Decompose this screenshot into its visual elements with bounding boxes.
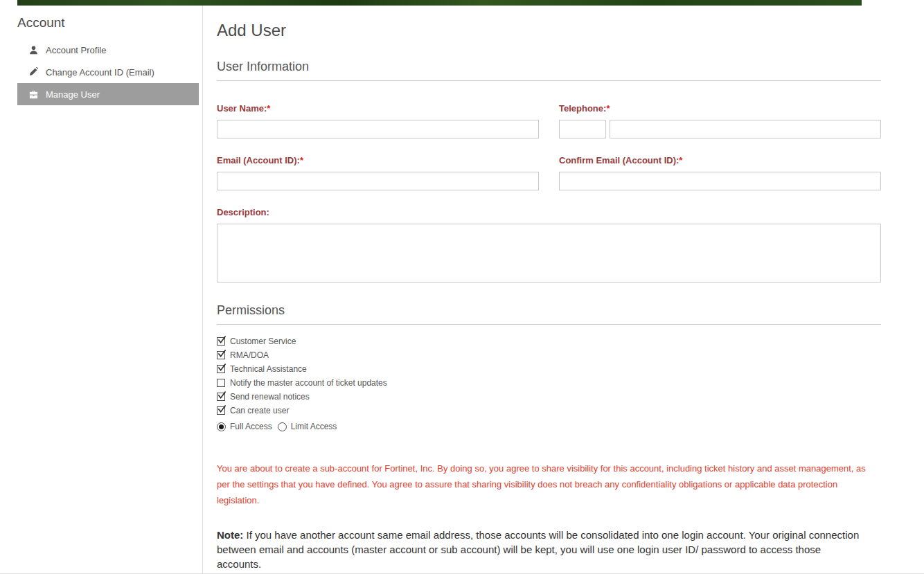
- confirm-email-input[interactable]: [559, 172, 881, 190]
- description-textarea[interactable]: [217, 224, 881, 282]
- sidebar-item-label: Change Account ID (Email): [46, 67, 154, 78]
- sidebar-item-manage-user[interactable]: Manage User: [17, 83, 199, 105]
- radio-label: Full Access: [230, 422, 272, 431]
- permission-label: Customer Service: [230, 337, 296, 346]
- permission-can-create-user[interactable]: Can create user: [217, 404, 881, 418]
- note-body: If you have another account same email a…: [217, 529, 859, 570]
- sidebar-item-account-profile[interactable]: Account Profile: [17, 39, 199, 61]
- required-asterisk: *: [267, 103, 270, 114]
- note-text: Note: If you have another account same e…: [217, 528, 861, 571]
- permission-rma-doa[interactable]: RMA/DOA: [217, 348, 881, 362]
- permission-customer-service[interactable]: Customer Service: [217, 334, 881, 348]
- pencil-icon: [28, 67, 39, 78]
- required-asterisk: *: [606, 103, 610, 114]
- required-asterisk: *: [300, 155, 303, 165]
- permission-label: Can create user: [230, 406, 289, 415]
- account-sidebar: Account Account Profile Change Account I…: [17, 15, 199, 105]
- telephone-label: Telephone:*: [559, 103, 881, 114]
- permission-label: RMA/DOA: [230, 350, 269, 360]
- user-information-form: User Name:* Telephone:* Email (Account I…: [217, 103, 881, 285]
- user-name-label: User Name:*: [217, 103, 539, 114]
- checkbox: [217, 406, 225, 415]
- permission-label: Technical Assistance: [230, 364, 307, 374]
- limit-access-option[interactable]: Limit Access: [278, 422, 343, 431]
- user-name-field-group: User Name:*: [217, 103, 539, 138]
- sidebar-item-change-account-id[interactable]: Change Account ID (Email): [17, 61, 199, 83]
- sidebar-item-label: Manage User: [46, 89, 100, 100]
- confirm-email-field-group: Confirm Email (Account ID):*: [559, 155, 881, 190]
- email-input[interactable]: [217, 172, 539, 190]
- permissions-heading: Permissions: [217, 303, 881, 325]
- email-label: Email (Account ID):*: [217, 155, 539, 165]
- telephone-country-code-input[interactable]: [559, 120, 606, 138]
- telephone-number-input[interactable]: [610, 120, 881, 138]
- add-user-panel: Add User User Information User Name:* Te…: [217, 21, 881, 574]
- top-banner-strip: [17, 0, 862, 6]
- description-label: Description:: [217, 207, 881, 217]
- radio-button: [217, 422, 226, 431]
- user-information-heading: User Information: [217, 60, 881, 81]
- permission-send-renewal-notices[interactable]: Send renewal notices: [217, 390, 881, 404]
- checkbox: [217, 365, 225, 373]
- permission-notify-master-account[interactable]: Notify the master account of ticket upda…: [217, 376, 881, 390]
- checkbox: [217, 351, 225, 359]
- access-level-radio-group: Full Access Limit Access: [217, 419, 881, 434]
- page-title: Add User: [217, 21, 881, 40]
- user-name-input[interactable]: [217, 120, 539, 138]
- permissions-list: Customer Service RMA/DOA Technical Assis…: [217, 334, 881, 434]
- confirm-email-label: Confirm Email (Account ID):*: [559, 155, 881, 165]
- radio-label: Limit Access: [291, 422, 337, 431]
- full-access-option[interactable]: Full Access: [217, 422, 278, 431]
- user-icon: [28, 45, 39, 55]
- note-label: Note:: [217, 529, 243, 541]
- permission-technical-assistance[interactable]: Technical Assistance: [217, 362, 881, 376]
- sidebar-item-label: Account Profile: [46, 45, 106, 55]
- sidebar-divider: [202, 6, 203, 574]
- briefcase-icon: [28, 89, 39, 100]
- permission-label: Notify the master account of ticket upda…: [230, 378, 387, 388]
- sidebar-title: Account: [17, 15, 199, 30]
- email-field-group: Email (Account ID):*: [217, 155, 539, 190]
- telephone-field-group: Telephone:*: [559, 103, 881, 138]
- sub-account-warning-text: You are about to create a sub-account fo…: [217, 460, 875, 508]
- description-field-group: Description:: [217, 207, 881, 285]
- checkbox: [217, 337, 225, 346]
- required-asterisk: *: [679, 155, 682, 165]
- checkbox: [217, 379, 225, 387]
- radio-button: [278, 422, 287, 431]
- checkbox: [217, 393, 225, 401]
- permission-label: Send renewal notices: [230, 392, 310, 402]
